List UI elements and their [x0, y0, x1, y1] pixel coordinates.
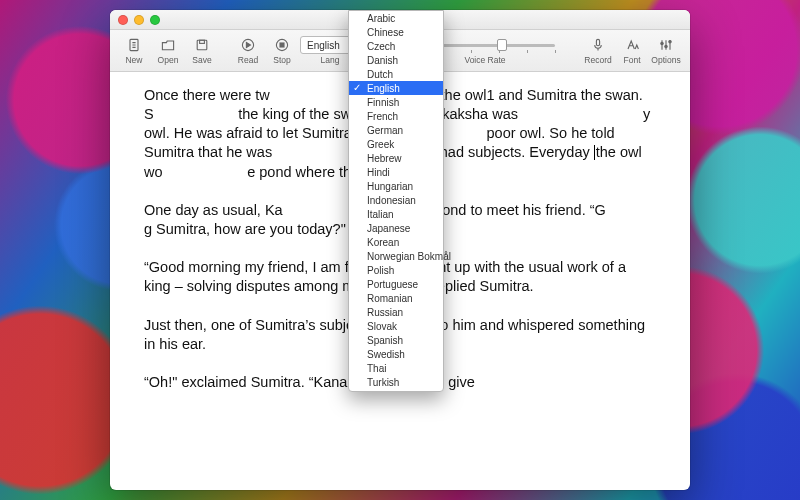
save-icon — [192, 36, 212, 54]
language-option[interactable]: Czech — [349, 39, 443, 53]
language-label: Lang — [321, 55, 340, 65]
language-option[interactable]: Dutch — [349, 67, 443, 81]
play-icon — [238, 36, 258, 54]
svg-rect-1 — [197, 40, 207, 50]
folder-open-icon — [158, 36, 178, 54]
options-button[interactable]: Options — [650, 36, 682, 65]
stop-label: Stop — [273, 55, 291, 65]
record-button[interactable]: Record — [582, 36, 614, 65]
language-option[interactable]: Chinese — [349, 25, 443, 39]
language-option[interactable]: Slovak — [349, 319, 443, 333]
close-window-button[interactable] — [118, 15, 128, 25]
new-label: New — [125, 55, 142, 65]
language-option[interactable]: Hindi — [349, 165, 443, 179]
language-option[interactable]: Danish — [349, 53, 443, 67]
language-option[interactable]: English — [349, 81, 443, 95]
language-option[interactable]: Turkish — [349, 375, 443, 389]
record-label: Record — [584, 55, 611, 65]
svg-point-8 — [665, 45, 667, 47]
language-option[interactable]: Italian — [349, 207, 443, 221]
svg-rect-2 — [200, 40, 205, 43]
svg-point-7 — [661, 42, 663, 44]
text-fragment: Once there were tw — [144, 87, 270, 103]
window-controls — [118, 15, 160, 25]
language-option[interactable]: Japanese — [349, 221, 443, 235]
language-option[interactable]: German — [349, 123, 443, 137]
language-option[interactable]: Norwegian Bokmål — [349, 249, 443, 263]
stop-icon — [272, 36, 292, 54]
language-option[interactable]: Polish — [349, 263, 443, 277]
language-option[interactable]: Korean — [349, 235, 443, 249]
zoom-window-button[interactable] — [150, 15, 160, 25]
language-option[interactable]: Romanian — [349, 291, 443, 305]
language-option[interactable]: Hebrew — [349, 151, 443, 165]
app-window: New Open Save Read Stop English Lang — [110, 10, 690, 490]
slider-knob[interactable] — [497, 39, 507, 51]
sliders-icon — [656, 36, 676, 54]
language-option[interactable]: Indonesian — [349, 193, 443, 207]
svg-rect-6 — [596, 39, 599, 45]
language-option[interactable]: Portuguese — [349, 277, 443, 291]
new-button[interactable]: New — [118, 36, 150, 65]
read-label: Read — [238, 55, 258, 65]
open-label: Open — [158, 55, 179, 65]
language-option[interactable]: Thai — [349, 361, 443, 375]
microphone-icon — [588, 36, 608, 54]
font-label: Font — [623, 55, 640, 65]
minimize-window-button[interactable] — [134, 15, 144, 25]
language-option[interactable]: Finnish — [349, 95, 443, 109]
language-option[interactable]: Arabic — [349, 11, 443, 25]
language-dropdown[interactable]: ArabicChineseCzechDanishDutchEnglishFinn… — [348, 10, 444, 392]
voice-rate-label: Voice Rate — [464, 55, 505, 65]
new-document-icon — [124, 36, 144, 54]
svg-rect-5 — [280, 43, 284, 47]
svg-point-9 — [669, 41, 671, 43]
language-option[interactable]: Swedish — [349, 347, 443, 361]
language-option[interactable]: French — [349, 109, 443, 123]
open-button[interactable]: Open — [152, 36, 184, 65]
read-button[interactable]: Read — [232, 36, 264, 65]
stop-button[interactable]: Stop — [266, 36, 298, 65]
options-label: Options — [651, 55, 680, 65]
text-fragment: One day as usual, Ka — [144, 202, 283, 218]
language-option[interactable]: Hungarian — [349, 179, 443, 193]
font-icon — [622, 36, 642, 54]
save-button[interactable]: Save — [186, 36, 218, 65]
language-option[interactable]: Greek — [349, 137, 443, 151]
font-button[interactable]: Font — [616, 36, 648, 65]
language-value: English — [307, 40, 340, 51]
language-option[interactable]: Russian — [349, 305, 443, 319]
save-label: Save — [192, 55, 211, 65]
language-option[interactable]: Spanish — [349, 333, 443, 347]
